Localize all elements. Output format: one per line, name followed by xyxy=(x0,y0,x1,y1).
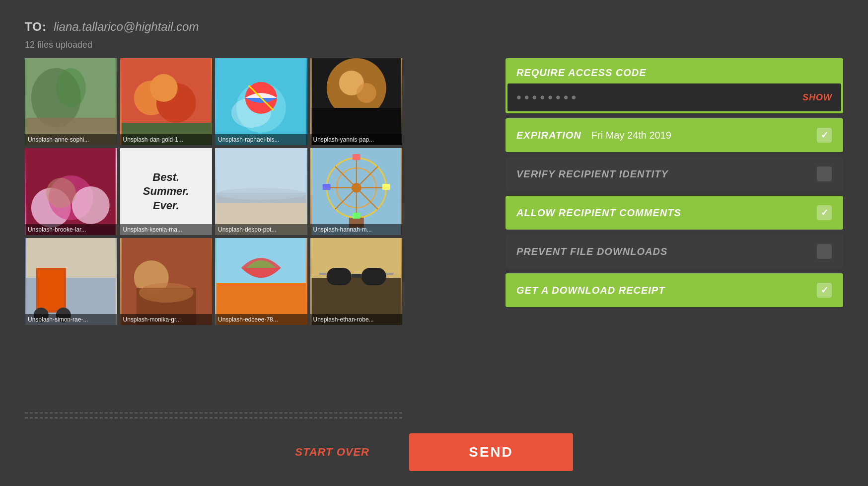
thumbnail-8[interactable]: Unsplash-hannah-m... xyxy=(310,148,403,235)
prevent-downloads-checkbox[interactable] xyxy=(816,243,832,259)
thumbnail-7[interactable]: Unsplash-despo-pot... xyxy=(215,148,307,235)
access-code-dots: •••••••• xyxy=(516,89,802,105)
check-icon: ✓ xyxy=(821,130,828,141)
thumbnail-11[interactable]: Unsplash-edceee-78... xyxy=(215,238,307,325)
prevent-downloads-title: PREVENT FILE DOWNLOADS xyxy=(516,246,667,257)
svg-rect-57 xyxy=(361,268,386,285)
thumb-label-2: Unsplash-dan-gold-1... xyxy=(120,134,213,145)
allow-comments-checkbox[interactable]: ✓ xyxy=(816,205,832,221)
thumb-label-4: Unsplash-yannis-pap... xyxy=(310,134,403,145)
thumb-label-10: Unsplash-monika-gr... xyxy=(120,314,213,325)
prevent-downloads-header[interactable]: PREVENT FILE DOWNLOADS xyxy=(506,235,843,268)
download-receipt-title: GET A DOWNLOAD RECEIPT xyxy=(516,285,665,296)
thumb-label-12: Unsplash-ethan-robe... xyxy=(310,314,403,325)
svg-rect-37 xyxy=(352,154,360,160)
expiration-checkbox-checked: ✓ xyxy=(817,128,832,143)
download-receipt-header[interactable]: GET A DOWNLOAD RECEIPT ✓ xyxy=(506,273,843,307)
thumb-label-5: Unsplash-brooke-lar... xyxy=(25,224,117,235)
svg-point-27 xyxy=(217,188,306,200)
access-code-header: REQUIRE ACCESS CODE xyxy=(506,58,843,83)
svg-rect-58 xyxy=(351,274,361,278)
allow-comments-header[interactable]: ALLOW RECIPIENT COMMENTS ✓ xyxy=(506,196,843,230)
thumbnail-6[interactable]: Best.Summer.Ever. Unsplash-ksenia-ma... xyxy=(120,148,213,235)
right-panel: REQUIRE ACCESS CODE •••••••• SHOW EXPIRA… xyxy=(506,58,843,418)
check-icon-3: ✓ xyxy=(821,285,828,296)
main-container: TO: liana.tallarico@hightail.com 12 file… xyxy=(0,0,868,486)
thumb-label-7: Unsplash-despo-pot... xyxy=(215,224,307,235)
thumbnail-2[interactable]: Unsplash-dan-gold-1... xyxy=(120,58,213,145)
to-row: TO: liana.tallarico@hightail.com xyxy=(25,20,843,34)
image-grid: Unsplash-anne-sophi... Unsplash-dan-gold… xyxy=(25,58,402,413)
access-code-block[interactable]: REQUIRE ACCESS CODE •••••••• SHOW xyxy=(506,58,843,113)
verify-identity-block[interactable]: VERIFY RECIPIENT IDENTITY xyxy=(506,157,843,191)
verify-identity-header[interactable]: VERIFY RECIPIENT IDENTITY xyxy=(506,157,843,191)
check-icon-2: ✓ xyxy=(821,207,828,218)
verify-identity-checkbox-unchecked xyxy=(817,166,832,181)
to-email: liana.tallarico@hightail.com xyxy=(54,20,199,34)
start-over-button[interactable]: START OVER xyxy=(295,446,369,459)
download-receipt-checkbox[interactable]: ✓ xyxy=(816,282,832,298)
thumbnail-9[interactable]: Unsplash-simon-rae-... xyxy=(25,238,117,325)
svg-rect-56 xyxy=(326,268,351,285)
thumb-label-9: Unsplash-simon-rae-... xyxy=(25,314,117,325)
thumb-label-11: Unsplash-edceee-78... xyxy=(215,314,307,325)
svg-point-18 xyxy=(356,83,376,103)
expiration-checkbox[interactable]: ✓ xyxy=(816,127,832,143)
bottom-bar: START OVER SEND xyxy=(25,418,843,486)
allow-comments-title: ALLOW RECIPIENT COMMENTS xyxy=(516,207,681,219)
thumbnail-12[interactable]: Unsplash-ethan-robe... xyxy=(310,238,403,325)
thumb-label-3: Unsplash-raphael-bis... xyxy=(215,134,307,145)
thumbnail-4[interactable]: Unsplash-yannis-pap... xyxy=(310,58,403,145)
show-button[interactable]: SHOW xyxy=(802,92,832,103)
svg-point-23 xyxy=(46,178,76,208)
thumbnail-5[interactable]: Unsplash-brooke-lar... xyxy=(25,148,117,235)
expiration-left: EXPIRATION Fri May 24th 2019 xyxy=(516,130,671,141)
svg-point-3 xyxy=(56,68,86,108)
svg-point-22 xyxy=(72,186,110,224)
prevent-downloads-checkbox-unchecked xyxy=(817,244,832,259)
svg-point-50 xyxy=(139,283,193,303)
svg-rect-44 xyxy=(39,270,64,310)
verify-identity-checkbox[interactable] xyxy=(816,166,832,182)
svg-rect-40 xyxy=(382,184,390,190)
files-count: 12 files uploaded xyxy=(25,40,843,50)
thumbnail-3[interactable]: Unsplash-raphael-bis... xyxy=(215,58,307,145)
thumb-label-1: Unsplash-anne-sophi... xyxy=(25,134,117,145)
thumbnail-10[interactable]: Unsplash-monika-gr... xyxy=(120,238,213,325)
allow-comments-checkbox-checked: ✓ xyxy=(817,205,832,220)
svg-rect-38 xyxy=(352,213,360,219)
expiration-date: Fri May 24th 2019 xyxy=(591,130,671,141)
allow-comments-block[interactable]: ALLOW RECIPIENT COMMENTS ✓ xyxy=(506,196,843,230)
verify-identity-title: VERIFY RECIPIENT IDENTITY xyxy=(516,168,668,180)
download-receipt-checkbox-checked: ✓ xyxy=(817,283,832,298)
svg-rect-39 xyxy=(322,184,330,190)
content-area: Unsplash-anne-sophi... Unsplash-dan-gold… xyxy=(25,58,843,418)
svg-point-7 xyxy=(149,74,177,102)
left-panel: Unsplash-anne-sophi... Unsplash-dan-gold… xyxy=(25,58,486,418)
access-code-title: REQUIRE ACCESS CODE xyxy=(516,67,647,78)
img6-text: Best.Summer.Ever. xyxy=(143,170,189,213)
thumb-label-8: Unsplash-hannah-m... xyxy=(310,224,403,235)
to-label: TO: xyxy=(25,20,47,34)
thumb-label-6: Unsplash-ksenia-ma... xyxy=(120,224,213,235)
access-code-input-row[interactable]: •••••••• SHOW xyxy=(507,83,841,111)
download-receipt-block[interactable]: GET A DOWNLOAD RECEIPT ✓ xyxy=(506,273,843,307)
expiration-block[interactable]: EXPIRATION Fri May 24th 2019 ✓ xyxy=(506,118,843,152)
send-button[interactable]: SEND xyxy=(409,433,573,471)
thumbnail-1[interactable]: Unsplash-anne-sophi... xyxy=(25,58,117,145)
prevent-downloads-block[interactable]: PREVENT FILE DOWNLOADS xyxy=(506,235,843,268)
expiration-header: EXPIRATION Fri May 24th 2019 ✓ xyxy=(506,118,843,152)
expiration-label: EXPIRATION xyxy=(516,130,581,141)
